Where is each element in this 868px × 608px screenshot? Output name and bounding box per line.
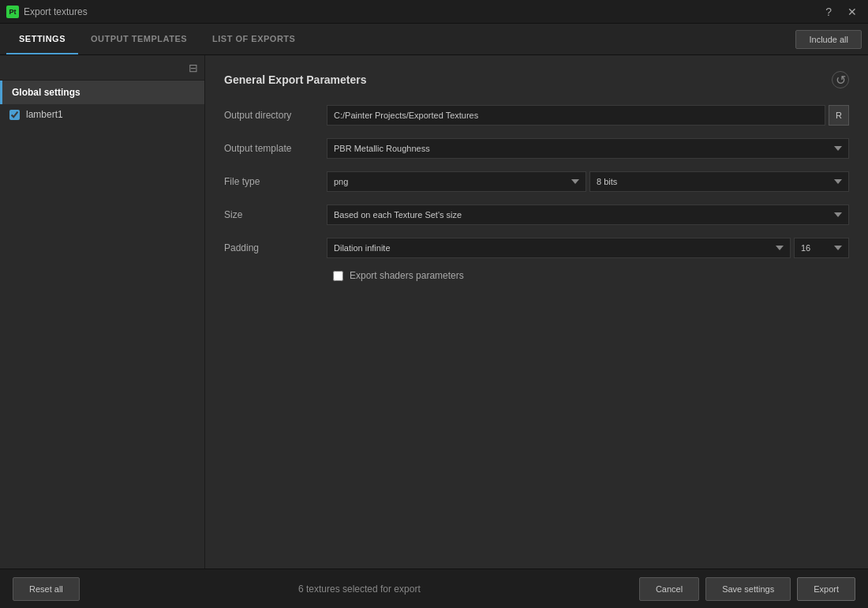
footer-right: Cancel Save settings Export (639, 577, 855, 601)
footer-status: 6 textures selected for export (298, 584, 421, 595)
padding-select[interactable]: Dilation infinite Dilation No padding (327, 238, 791, 258)
sidebar-toolbar: ⊟ (0, 55, 204, 81)
file-type-row: File type png jpg tga exr tif 8 bits 16 … (224, 171, 849, 193)
sidebar-item-lambert1[interactable]: lambert1 (0, 104, 204, 125)
title-bar-left: Pt Export textures (6, 6, 88, 18)
section-header: General Export Parameters ↺ (224, 71, 849, 88)
export-shaders-label: Export shaders parameters (350, 270, 464, 281)
reset-all-button[interactable]: Reset all (13, 577, 80, 601)
include-all-button[interactable]: Include all (795, 30, 862, 49)
padding-label: Padding (224, 242, 327, 253)
sidebar-item-global-settings[interactable]: Global settings (0, 81, 204, 104)
lambert1-checkbox[interactable] (9, 110, 20, 120)
save-settings-button[interactable]: Save settings (705, 577, 791, 601)
body-area: ⊟ Global settings lambert1 General Expor… (0, 55, 868, 569)
padding-control: Dilation infinite Dilation No padding 8 … (327, 238, 849, 258)
bit-depth-select[interactable]: 8 bits 16 bits 32 bits (589, 171, 849, 192)
footer-left: Reset all (13, 577, 80, 601)
output-directory-control: R (327, 105, 849, 126)
global-settings-label: Global settings (12, 87, 80, 98)
filter-icon[interactable]: ⊟ (189, 62, 198, 74)
lambert1-label: lambert1 (26, 109, 63, 120)
output-template-control: PBR Metallic Roughness PBR Specular Glos… (327, 138, 849, 159)
file-type-select[interactable]: png jpg tga exr tif (327, 171, 586, 192)
size-label: Size (224, 209, 327, 220)
reset-section-button[interactable]: ↺ (832, 71, 849, 88)
size-select[interactable]: Based on each Texture Set's size 512 102… (327, 205, 849, 225)
size-row: Size Based on each Texture Set's size 51… (224, 204, 849, 226)
padding-size-select[interactable]: 8 16 32 64 (794, 238, 849, 258)
export-button[interactable]: Export (797, 577, 855, 601)
output-directory-label: Output directory (224, 110, 327, 121)
output-directory-row: Output directory R (224, 104, 849, 126)
output-template-label: Output template (224, 143, 327, 154)
output-template-row: Output template PBR Metallic Roughness P… (224, 137, 849, 160)
title-bar-right: ? ✕ (821, 4, 862, 20)
output-directory-browse-button[interactable]: R (829, 105, 849, 126)
footer: Reset all 6 textures selected for export… (0, 569, 868, 608)
tab-list-of-exports[interactable]: LIST OF EXPORTS (200, 24, 308, 54)
output-directory-input[interactable] (327, 105, 825, 126)
file-type-label: File type (224, 176, 327, 187)
sidebar: ⊟ Global settings lambert1 (0, 55, 205, 569)
export-shaders-row: Export shaders parameters (224, 270, 849, 281)
tabs-left: SETTINGS OUTPUT TEMPLATES LIST OF EXPORT… (6, 24, 308, 54)
size-control: Based on each Texture Set's size 512 102… (327, 205, 849, 225)
tab-output-templates[interactable]: OUTPUT TEMPLATES (78, 24, 200, 54)
title-bar: Pt Export textures ? ✕ (0, 0, 868, 24)
section-title: General Export Parameters (224, 73, 367, 86)
padding-row: Padding Dilation infinite Dilation No pa… (224, 237, 849, 259)
content-area: General Export Parameters ↺ Output direc… (205, 55, 868, 569)
close-button[interactable]: ✕ (843, 4, 862, 20)
tab-bar: SETTINGS OUTPUT TEMPLATES LIST OF EXPORT… (0, 24, 868, 55)
help-button[interactable]: ? (821, 4, 836, 20)
tab-settings[interactable]: SETTINGS (6, 24, 78, 54)
app-icon: Pt (6, 6, 19, 18)
export-shaders-checkbox[interactable] (333, 271, 343, 281)
window-title: Export textures (24, 6, 88, 17)
main-container: SETTINGS OUTPUT TEMPLATES LIST OF EXPORT… (0, 24, 868, 608)
output-template-select[interactable]: PBR Metallic Roughness PBR Specular Glos… (327, 138, 849, 159)
cancel-button[interactable]: Cancel (639, 577, 699, 601)
file-type-control: png jpg tga exr tif 8 bits 16 bits 32 bi… (327, 171, 849, 192)
